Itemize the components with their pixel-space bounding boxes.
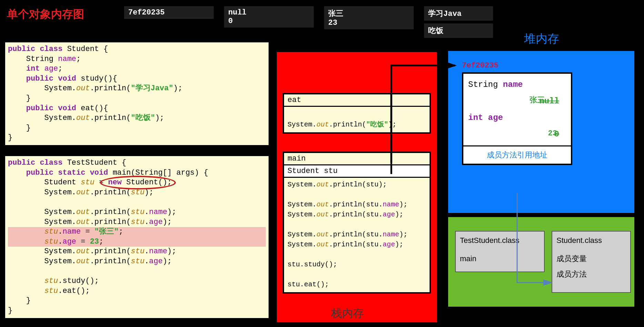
heap-object-body: String name null 张三 int age 0 23 [463, 74, 571, 145]
heap-value-age: 0 23 [468, 126, 566, 143]
heap-object: String name null 张三 int age 0 23 成员方法引用地… [462, 72, 572, 165]
output-box-4b: 吃饭 [424, 23, 493, 38]
class-box-student: Student.class 成员变量 成员方法 [552, 231, 631, 293]
heap-value-name: null 张三 [468, 93, 566, 110]
frame-row-stu: Student stu [283, 164, 431, 178]
output-box-3: 张三 23 [324, 6, 414, 29]
class-member-var: 成员变量 [556, 253, 626, 265]
frame-body-eat: System.out.println("吃饭"); [284, 107, 430, 132]
stack-frame-eat: eat System.out.println("吃饭"); [283, 93, 431, 134]
heap-title: 堆内存 [524, 31, 559, 47]
class-name-2: Student.class [556, 234, 626, 246]
heap-address: 7ef20235 [462, 61, 499, 70]
heap-object-footer: 成员方法引用地址 [463, 145, 571, 164]
code-teststudent: public class TestStudent { public static… [4, 155, 270, 319]
class-box-teststudent: TestStudent.class main [455, 231, 545, 272]
stack-frame-main: main Student stu System.out.println(stu)… [283, 152, 431, 294]
class-method-1: main [460, 253, 540, 265]
class-member-method: 成员方法 [556, 268, 626, 280]
frame-body-main: System.out.println(stu); System.out.prin… [284, 177, 430, 292]
class-name-1: TestStudent.class [460, 234, 540, 246]
heap-field-age: int age [468, 110, 566, 126]
output-box-4a: 学习Java [424, 6, 493, 21]
output-box-2: null 0 [224, 6, 314, 28]
code-student: public class Student { String name; int … [4, 41, 270, 146]
diagram-title: 单个对象内存图 [7, 7, 84, 22]
frame-header-main: main [284, 153, 430, 165]
output-box-1: 7ef20235 [124, 6, 214, 19]
frame-header-eat: eat [284, 94, 430, 107]
heap-field-name: String name [468, 76, 566, 93]
stack-label: 栈内存 [331, 306, 364, 321]
